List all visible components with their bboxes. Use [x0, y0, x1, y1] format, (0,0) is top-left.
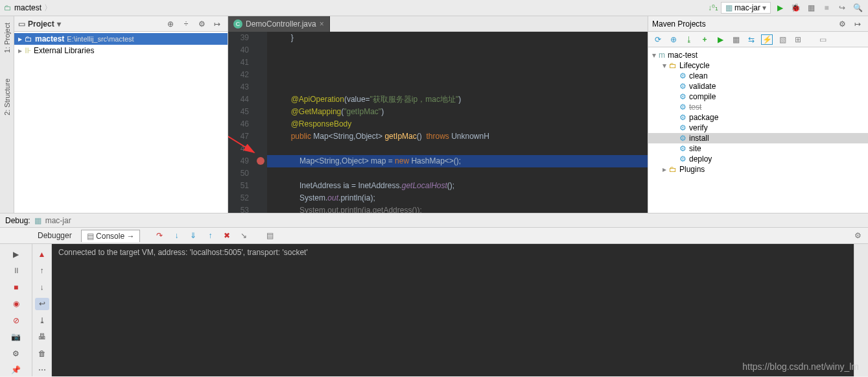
- expand-icon[interactable]: ÷: [180, 18, 193, 30]
- watermark: https://blog.csdn.net/winy_lm: [742, 361, 859, 372]
- gear-icon: ⚙: [679, 82, 686, 91]
- folder-icon: 🗀: [669, 165, 677, 174]
- maven-goal-clean[interactable]: ⚙clean: [648, 71, 868, 81]
- add-icon[interactable]: +: [699, 35, 710, 44]
- up-button[interactable]: ▲: [35, 248, 49, 261]
- maven-goal-package[interactable]: ⚙package: [648, 112, 868, 123]
- gear-icon[interactable]: ⚙: [195, 18, 208, 30]
- toolbar-right: ↓⁰₁ ▦ mac-jar ▾ ▶ 🐞 ▦ ■ ↪ 🔍: [708, 1, 864, 14]
- breadcrumb[interactable]: 🗀 mactest 〉: [4, 3, 52, 14]
- show-deps-icon[interactable]: ⊞: [792, 35, 804, 44]
- expand-arrow-icon[interactable]: ▾: [652, 51, 656, 60]
- expand-arrow-icon[interactable]: ▾: [663, 61, 666, 70]
- maven-goal-label: test: [689, 103, 701, 112]
- editor-tab[interactable]: C DemoController.java ×: [228, 16, 330, 32]
- project-panel: ▭ Project ▾ ⊕ ÷ ⚙ ↦ ▸ 🗀 mactest E:\intel…: [14, 16, 228, 213]
- rerun-button[interactable]: ▶: [9, 248, 23, 261]
- debug-label: Debug:: [5, 216, 30, 225]
- maven-goal-install[interactable]: ⚙install: [648, 133, 868, 143]
- left-tool-strip: 1: Project 2: Structure: [0, 16, 14, 213]
- maven-tree[interactable]: ▾ m mac-test ▾ 🗀 Lifecycle ⚙clean⚙valida…: [648, 47, 868, 213]
- exec-icon[interactable]: ▦: [730, 35, 742, 44]
- debug-button[interactable]: 🐞: [789, 1, 802, 14]
- collapse-icon[interactable]: ⊕: [164, 18, 177, 30]
- maven-goal-label: verify: [689, 123, 708, 132]
- generate-icon[interactable]: ⊕: [668, 35, 679, 44]
- clear-button[interactable]: 🗑: [35, 347, 49, 360]
- hide-icon[interactable]: ↦: [211, 18, 224, 30]
- coverage-button[interactable]: ▦: [804, 1, 817, 14]
- close-icon[interactable]: ×: [320, 19, 324, 29]
- collapse-all-icon[interactable]: ▭: [817, 35, 828, 44]
- maven-root-label: mac-test: [668, 51, 698, 60]
- breakpoint-gutter[interactable]: [254, 32, 267, 213]
- maven-goal-compile[interactable]: ⚙compile: [648, 91, 868, 102]
- toggle-icon[interactable]: ⇆: [745, 35, 757, 44]
- maven-lifecycle[interactable]: ▾ 🗀 Lifecycle: [648, 60, 868, 71]
- gear-icon[interactable]: ⚙: [836, 18, 849, 30]
- dump-button[interactable]: 📷: [9, 331, 23, 344]
- pin-button[interactable]: 📌: [9, 364, 23, 377]
- console-output[interactable]: Connected to the target VM, address: 'lo…: [52, 244, 854, 376]
- stop-button[interactable]: ■: [820, 1, 833, 14]
- sidebar-project-tab[interactable]: 1: Project: [3, 23, 11, 53]
- down2-button[interactable]: ↓: [35, 281, 49, 294]
- tree-row-root[interactable]: ▸ 🗀 mactest E:\intellij_src\mactest: [14, 33, 228, 45]
- drop-frame-icon[interactable]: ✖: [220, 229, 233, 242]
- tab-debugger[interactable]: Debugger: [32, 230, 77, 241]
- run-config-selector[interactable]: ▦ mac-jar ▾: [721, 2, 771, 14]
- code-body[interactable]: } @ApiOperation(value="获取服务器ip，mac地址") @…: [267, 32, 648, 213]
- step-out-icon[interactable]: ↑: [204, 229, 217, 242]
- breakpoint-icon[interactable]: [257, 157, 264, 165]
- expand-arrow-icon[interactable]: ▸: [18, 46, 22, 55]
- mute-breakpoints-button[interactable]: ⊘: [9, 314, 23, 327]
- project-root-path: E:\intellij_src\mactest: [67, 35, 134, 43]
- skip-tests-icon[interactable]: ▧: [777, 35, 788, 44]
- chevron-down-icon[interactable]: ▾: [57, 19, 61, 29]
- scroll-end-button[interactable]: ⤓: [35, 314, 49, 327]
- maven-goal-validate[interactable]: ⚙validate: [648, 81, 868, 91]
- maven-plugins[interactable]: ▸ 🗀 Plugins: [648, 164, 868, 175]
- maven-goal-site[interactable]: ⚙site: [648, 143, 868, 154]
- force-step-into-icon[interactable]: ⇓: [187, 229, 200, 242]
- maven-goal-test[interactable]: ⚙test: [648, 102, 868, 112]
- settings-button[interactable]: ⚙: [9, 347, 23, 360]
- run-button[interactable]: ▶: [773, 1, 786, 14]
- maven-goal-label: install: [689, 134, 709, 143]
- tab-console[interactable]: ▤ Console →: [81, 230, 141, 242]
- project-tree[interactable]: ▸ 🗀 mactest E:\intellij_src\mactest ▸ ⊪ …: [14, 32, 228, 213]
- maven-goal-deploy[interactable]: ⚙deploy: [648, 154, 868, 164]
- download-icon[interactable]: ⭳: [683, 35, 695, 44]
- view-breakpoints-button[interactable]: ◉: [9, 298, 23, 311]
- step-over-icon[interactable]: ↷: [153, 229, 166, 242]
- evaluate-icon[interactable]: ▤: [263, 229, 276, 242]
- maven-goal-verify[interactable]: ⚙verify: [648, 123, 868, 133]
- pause-button[interactable]: ⏸: [9, 265, 23, 278]
- code-editor[interactable]: 394041424344454647484950515253 } @ApiOpe…: [228, 32, 648, 213]
- soft-wrap-button[interactable]: ↩: [35, 298, 49, 311]
- gear-icon: ⚙: [679, 71, 686, 80]
- download-icon[interactable]: ↓⁰₁: [708, 3, 718, 12]
- sidebar-structure-tab[interactable]: 2: Structure: [3, 79, 11, 116]
- sync-button[interactable]: ↪: [836, 1, 849, 14]
- tree-row-extlibs[interactable]: ▸ ⊪ External Libraries: [14, 45, 228, 56]
- maven-goal-label: validate: [689, 82, 716, 91]
- print-button[interactable]: 🖶: [35, 331, 49, 344]
- run-icon[interactable]: ▶: [714, 35, 726, 44]
- step-into-icon[interactable]: ↓: [170, 229, 183, 242]
- debug-label-bar: Debug: ▦ mac-jar: [0, 213, 868, 227]
- expand-arrow-icon[interactable]: ▸: [18, 34, 22, 43]
- hide-icon[interactable]: ↦: [851, 18, 864, 30]
- reimport-icon[interactable]: ⟳: [652, 35, 664, 44]
- search-button[interactable]: 🔍: [851, 1, 864, 14]
- maven-root[interactable]: ▾ m mac-test: [648, 50, 868, 60]
- filter-button[interactable]: ⋯: [35, 364, 49, 377]
- offline-icon[interactable]: ⚡: [761, 34, 773, 45]
- expand-arrow-icon[interactable]: ▸: [663, 165, 666, 174]
- stop-button[interactable]: ■: [9, 281, 23, 294]
- down-button[interactable]: ↑: [35, 265, 49, 278]
- settings-icon[interactable]: ⚙: [851, 229, 864, 242]
- editor-tab-label: DemoController.java: [246, 19, 316, 29]
- run-to-cursor-icon[interactable]: ↘: [237, 229, 250, 242]
- maven-toolbar: ⟳ ⊕ ⭳ + ▶ ▦ ⇆ ⚡ ▧ ⊞ ▭: [648, 32, 868, 47]
